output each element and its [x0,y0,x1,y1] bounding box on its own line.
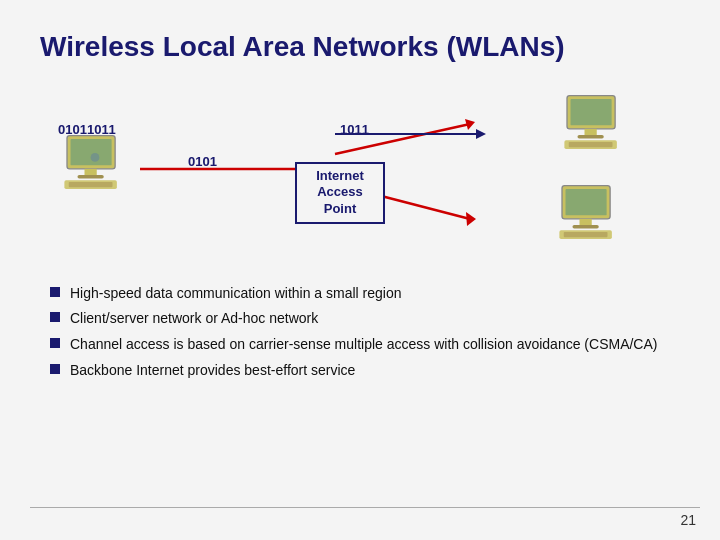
bullet-icon-3 [50,338,60,348]
computer-right-bottom-icon [555,179,625,249]
svg-rect-9 [71,139,112,165]
slide-title: Wireless Local Area Networks (WLANs) [40,30,680,64]
label-left: 01011011 [58,122,116,137]
bullet-item-1: High-speed data communication within a s… [50,284,680,303]
bullet-item-3: Channel access is based on carrier-sense… [50,335,680,354]
slide: Wireless Local Area Networks (WLANs) [0,0,720,540]
svg-marker-3 [465,119,475,130]
bullet-icon-4 [50,364,60,374]
bottom-divider [30,507,700,508]
bullet-list: High-speed data communication within a s… [40,284,680,381]
diagram-area: 01011011 0101 1011 Internet Access Point [40,84,680,274]
computer-right-top-icon [560,89,630,159]
svg-marker-7 [476,129,486,139]
bullet-icon-2 [50,312,60,322]
iap-label: Internet Access Point [295,162,385,225]
computer-left-icon [60,129,130,199]
bullet-text-1: High-speed data communication within a s… [70,284,402,303]
bullet-text-2: Client/server network or Ad-hoc network [70,309,318,328]
page-number: 21 [680,512,696,528]
bullet-text-4: Backbone Internet provides best-effort s… [70,361,355,380]
svg-rect-10 [85,168,97,175]
svg-marker-5 [466,212,476,226]
svg-rect-24 [573,225,599,229]
bullet-item-4: Backbone Internet provides best-effort s… [50,361,680,380]
bullet-item-2: Client/server network or Ad-hoc network [50,309,680,328]
label-mid: 0101 [188,154,217,169]
svg-rect-16 [571,99,612,125]
computer-right-top [560,89,630,159]
svg-rect-26 [564,232,608,237]
computer-left [60,129,130,199]
svg-rect-23 [580,218,592,225]
svg-rect-11 [78,175,104,179]
svg-rect-18 [578,135,604,139]
svg-rect-20 [569,142,613,147]
svg-point-14 [91,153,100,162]
computer-right-bottom [555,179,625,249]
svg-rect-13 [69,182,113,187]
label-right: 1011 [340,122,369,137]
bullet-icon-1 [50,287,60,297]
svg-rect-22 [566,189,607,215]
bullet-text-3: Channel access is based on carrier-sense… [70,335,657,354]
svg-rect-17 [585,128,597,135]
